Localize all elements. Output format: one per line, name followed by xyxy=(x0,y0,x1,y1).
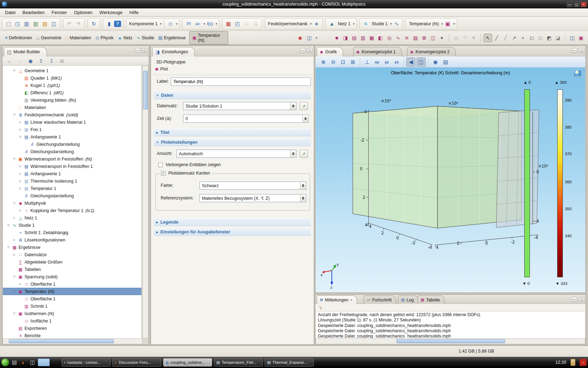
tree-expander-icon[interactable]: ▷ xyxy=(12,238,16,241)
tree-expander-icon[interactable]: ▷ xyxy=(18,187,22,190)
tree-item[interactable]: ▽ ▣ Temperatur (ht) xyxy=(3,288,141,295)
add-component-icon[interactable]: ◇ xyxy=(166,19,175,28)
environment-icon[interactable]: ◫ xyxy=(416,57,426,67)
tree-item[interactable]: ▦ Tabellen xyxy=(3,266,141,273)
section-legende[interactable]: ▶Legende xyxy=(154,218,311,226)
messages-horizontal-scrollbar[interactable] xyxy=(316,338,585,344)
power-icon[interactable]: ○ xyxy=(580,359,587,366)
variables-button[interactable]: a= xyxy=(194,19,202,28)
far-field-plot-icon[interactable]: ⊠ xyxy=(420,34,428,42)
box-select-icon[interactable]: ◻ xyxy=(527,34,536,42)
print-icon[interactable]: ▤ xyxy=(441,57,450,67)
tree-item[interactable]: ▽ ≣ Festkörpermechanik (solid) xyxy=(3,111,141,118)
file-manager-icon[interactable]: ◫ xyxy=(29,359,36,366)
tree-item[interactable]: ◧ Differenz 1 (dif1) xyxy=(3,89,141,96)
tree-item[interactable]: ▷ ▤ Thermische Isolierung 1 xyxy=(3,177,141,185)
taskbar-window-button[interactable]: ▤ Thermal_Expansi... xyxy=(265,358,314,367)
go-to-view-button[interactable]: ↗ xyxy=(300,150,308,158)
tree-item[interactable]: ▨ Vereinigung bilden (fin) xyxy=(3,96,141,104)
tree-item[interactable]: ▷ ∷ Datensätze xyxy=(3,251,141,258)
update-solution-icon[interactable]: ↻ xyxy=(90,19,98,28)
results-icon[interactable]: ▤ Ergebnisse xyxy=(156,34,188,42)
tree-item[interactable]: ∂ Gleichungsdarstellung xyxy=(3,141,141,148)
tree-item[interactable]: ◇ Isofläche 1 xyxy=(3,317,141,325)
view-combo[interactable]: Automatisch xyxy=(176,150,296,158)
isosurface-plot-icon[interactable]: ◧ xyxy=(376,34,385,42)
tab-konvergenzplot-2[interactable]: ◆ Konvergenzplot 2 xyxy=(407,47,456,56)
tree-item[interactable]: ≈ Schritt 1: Zeitabhängig xyxy=(3,229,141,236)
menu-item[interactable]: Bearbeiten xyxy=(19,9,48,16)
plot-in-window-icon[interactable]: ◙ xyxy=(296,34,304,42)
new-file-icon[interactable]: ▢ xyxy=(4,19,13,28)
tree-expander-icon[interactable]: ▷ xyxy=(12,216,16,219)
edges-group-checkbox[interactable]: Plotdatensatz Kanten xyxy=(159,171,212,176)
tree-expander-icon[interactable]: ▷ xyxy=(18,172,22,175)
open-folder-icon[interactable]: ▨ xyxy=(41,19,49,28)
component-selector[interactable]: Komponente 1 xyxy=(128,19,159,28)
tree-expander-icon[interactable]: ▷ xyxy=(18,165,22,168)
view-xy-icon[interactable]: xy xyxy=(372,57,382,67)
tree-item[interactable]: ▽ ▣ Isothermen (ht) xyxy=(3,310,141,317)
tree-item[interactable]: ▷ □ Oberfläche 1 xyxy=(3,280,141,288)
add-material-icon[interactable]: ∷ xyxy=(243,19,251,28)
tree-vertical-scrollbar[interactable] xyxy=(142,66,148,338)
study-icon[interactable]: ∿ Studie xyxy=(134,34,156,42)
active-plot-group-button[interactable]: ▣ Temperatur (ht) xyxy=(189,31,228,45)
scrollbar-thumb[interactable] xyxy=(9,339,114,343)
tree-item[interactable]: ▽ ∿ Studie 1 xyxy=(3,222,141,229)
expand-all-icon[interactable]: ↥ xyxy=(37,57,45,65)
open-model-icon[interactable]: ◳ xyxy=(13,19,22,28)
compute-icon[interactable]: = xyxy=(362,19,370,28)
new-window-icon[interactable]: ◫ xyxy=(305,34,314,42)
minimize-button[interactable]: — xyxy=(567,2,573,7)
scrollbar-thumb[interactable] xyxy=(397,339,505,343)
add-physics-icon[interactable]: ∗ xyxy=(312,19,321,28)
panel-minimize-icon[interactable]: — xyxy=(572,297,577,302)
checkbox-icon[interactable] xyxy=(158,163,163,167)
axes-orientation-icon[interactable]: ⊥ xyxy=(363,57,372,67)
deformation-icon[interactable]: ↷ xyxy=(461,34,469,42)
multislice-plot-icon[interactable]: ▦ xyxy=(368,34,376,42)
tree-expander-icon[interactable]: ▷ xyxy=(18,209,22,212)
copy-image-icon[interactable]: ◫ xyxy=(568,34,576,42)
volume-plot-icon[interactable]: ■ xyxy=(332,34,341,42)
plot-group-selector[interactable]: Temperatur (ht) xyxy=(408,19,440,28)
panel-minimize-icon[interactable]: — xyxy=(300,48,306,53)
tree-expander-icon[interactable]: ▽ xyxy=(12,290,16,293)
checkbox-icon[interactable] xyxy=(161,171,166,176)
menu-item[interactable]: Fenster xyxy=(48,9,70,16)
select-icon[interactable]: ↖ xyxy=(484,34,492,42)
tree-item[interactable]: ▽ △ Geometrie 1 xyxy=(3,67,141,74)
arrow-line-icon[interactable]: ↗ xyxy=(510,34,518,42)
tab-fortschritt[interactable]: ▭ Fortschritt xyxy=(364,295,396,304)
streamline-plot-icon[interactable]: ∿ xyxy=(394,34,402,42)
panel-maximize-icon[interactable]: ◻ xyxy=(307,48,313,53)
add-plot-group-icon[interactable]: ▣ xyxy=(443,19,452,28)
model-manager-icon[interactable]: ▮ xyxy=(105,19,113,28)
tree-expander-icon[interactable]: ▷ xyxy=(18,282,22,286)
mesh-plot-icon[interactable]: ▧ xyxy=(411,34,420,42)
time-combo[interactable]: 0 xyxy=(183,115,309,123)
section-ploteinstellungen[interactable]: ▼Ploteinstellungen xyxy=(154,138,311,146)
plot-canvas[interactable]: Oberfläche: Temperatur (K) Schnitt: Gesa… xyxy=(316,68,585,292)
zoom-box-icon[interactable]: ⊡ xyxy=(338,57,348,67)
undo-icon[interactable]: ↶ xyxy=(65,19,74,28)
show-icon[interactable]: ◉ xyxy=(26,57,35,65)
tree-horizontal-scrollbar[interactable] xyxy=(3,338,142,344)
tree-item[interactable]: ▷ ▤ Temperatur 1 xyxy=(3,185,141,192)
tree-item[interactable]: ∂ Gleichungsdarstellung xyxy=(3,148,141,155)
maximize-button[interactable]: ◻ xyxy=(574,2,580,7)
tree-item[interactable]: ▷ ▤ Wärmetransport in Feststoffen 1 xyxy=(3,163,141,170)
plot-button[interactable]: ◙ Plot xyxy=(155,66,168,71)
help-icon[interactable]: ? xyxy=(114,21,121,27)
tree-item[interactable]: ▽ ▦ Ergebnisse xyxy=(3,244,141,251)
close-tab-icon[interactable]: × xyxy=(350,298,352,302)
tree-expander-icon[interactable]: ▷ xyxy=(18,121,22,124)
forward-icon[interactable]: → xyxy=(16,57,24,65)
clear-selection-icon[interactable]: ◪ xyxy=(554,34,562,42)
tree-item[interactable]: ▽ ▣ Spannung (solid) xyxy=(3,273,141,280)
tree-expander-icon[interactable]: ▽ xyxy=(6,246,10,249)
tree-item[interactable]: ≡ Berichte xyxy=(3,332,141,338)
scrollbar-thumb[interactable] xyxy=(143,71,148,109)
mesh-selector[interactable]: Netz 1 xyxy=(337,19,351,28)
